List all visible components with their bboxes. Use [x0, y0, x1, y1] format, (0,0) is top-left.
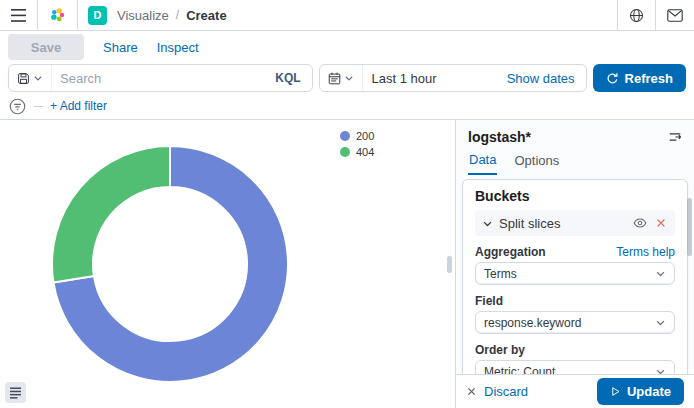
play-icon — [610, 386, 621, 397]
main-content: 200 404 logstash* — [0, 120, 694, 408]
update-button-label: Update — [627, 384, 671, 399]
date-quick-select-button[interactable] — [320, 65, 363, 91]
breadcrumb-visualize[interactable]: Visualize — [117, 8, 169, 23]
add-filter-button[interactable]: + Add filter — [50, 99, 107, 113]
legend-toggle-button[interactable] — [5, 382, 26, 403]
chevron-down-icon — [655, 317, 666, 328]
index-pattern-title: logstash* — [468, 129, 531, 145]
split-slices-row[interactable]: Split slices — [475, 210, 675, 236]
side-panel-footer: Discard Update — [456, 374, 694, 408]
mail-icon — [667, 9, 683, 22]
order-by-label: Order by — [475, 343, 525, 357]
menu-right-icon — [668, 130, 682, 144]
search-group: KQL — [8, 64, 313, 92]
globe-icon — [629, 8, 644, 23]
header-divider — [77, 0, 78, 30]
discard-button[interactable]: Discard — [466, 384, 528, 399]
filter-options-button[interactable] — [8, 97, 27, 116]
cross-icon — [655, 217, 667, 229]
side-panel-tabs: Data Options — [468, 152, 682, 175]
remove-bucket-button[interactable] — [654, 216, 668, 230]
donut-chart — [0, 120, 340, 407]
action-bar: Save Share Inspect — [0, 31, 694, 63]
breadcrumb: Visualize / Create — [117, 0, 227, 30]
chevron-down-icon — [655, 268, 666, 279]
cross-icon — [466, 386, 477, 397]
query-language-button[interactable]: KQL — [264, 71, 311, 85]
split-slices-label: Split slices — [499, 216, 626, 231]
buckets-title: Buckets — [475, 188, 675, 204]
side-panel: logstash* Data Options Buckets — [455, 120, 694, 408]
refresh-button-label: Refresh — [625, 71, 673, 86]
filter-bar: + Add filter — [0, 93, 694, 120]
terms-help-link[interactable]: Terms help — [616, 245, 675, 259]
chevron-down-icon — [344, 73, 354, 83]
tab-data[interactable]: Data — [468, 152, 497, 175]
filter-bar-dash — [34, 106, 43, 107]
legend-item-404[interactable]: 404 — [340, 146, 374, 158]
side-panel-body: Buckets Split slices — [456, 175, 694, 374]
filter-circle-icon — [9, 98, 26, 115]
toggle-visibility-button[interactable] — [632, 215, 648, 231]
mail-button[interactable] — [656, 0, 694, 30]
field-select[interactable]: response.keyword — [475, 311, 675, 334]
field-label: Field — [475, 294, 503, 308]
legend-dot-404 — [340, 147, 350, 157]
menu-button[interactable] — [0, 0, 37, 30]
legend-label-200: 200 — [356, 130, 374, 142]
order-by-select[interactable]: Metric: Count — [475, 360, 675, 374]
legend-dot-200 — [340, 131, 350, 141]
globe-button[interactable] — [618, 0, 655, 30]
aggregation-select-value: Terms — [484, 267, 517, 281]
refresh-button[interactable]: Refresh — [593, 64, 686, 92]
space-badge[interactable]: D — [88, 6, 107, 25]
saved-query-button[interactable] — [9, 65, 52, 91]
chevron-down-icon — [655, 366, 666, 374]
date-picker-group: Last 1 hour Show dates — [319, 64, 587, 92]
donut-slice-404[interactable] — [52, 146, 170, 282]
discard-button-label: Discard — [484, 384, 528, 399]
header-right — [617, 0, 694, 30]
show-dates-button[interactable]: Show dates — [496, 71, 586, 86]
inspect-button[interactable]: Inspect — [157, 40, 199, 55]
elastic-home-button[interactable] — [38, 0, 77, 30]
breadcrumb-create: Create — [186, 8, 226, 23]
panel-resizer-handle[interactable] — [447, 256, 452, 273]
side-panel-header: logstash* Data Options — [456, 120, 694, 175]
eye-icon — [633, 216, 647, 230]
aggregation-select[interactable]: Terms — [475, 262, 675, 285]
visualization-area: 200 404 — [0, 120, 455, 408]
buckets-card: Buckets Split slices — [462, 179, 688, 374]
calendar-icon — [328, 72, 341, 85]
chart-legend: 200 404 — [340, 130, 374, 162]
refresh-icon — [606, 72, 619, 85]
panel-scrollbar-thumb[interactable] — [687, 198, 692, 256]
chevron-down-icon — [482, 218, 493, 229]
top-header: D Visualize / Create — [0, 0, 694, 31]
saved-query-icon — [17, 72, 30, 85]
elastic-logo-icon — [49, 7, 66, 24]
time-range-button[interactable]: Last 1 hour — [363, 71, 496, 86]
legend-item-200[interactable]: 200 — [340, 130, 374, 142]
field-select-value: response.keyword — [484, 316, 581, 330]
collapse-panel-button[interactable] — [668, 130, 682, 144]
legend-label-404: 404 — [356, 146, 374, 158]
order-by-select-value: Metric: Count — [484, 365, 555, 375]
save-button[interactable]: Save — [8, 34, 84, 60]
share-button[interactable]: Share — [103, 40, 138, 55]
tab-options[interactable]: Options — [513, 152, 560, 175]
search-input[interactable] — [52, 65, 264, 91]
query-bar: KQL Last 1 hour Show dates Refresh — [0, 63, 694, 93]
list-icon — [10, 387, 22, 399]
breadcrumb-separator: / — [176, 8, 179, 22]
aggregation-label: Aggregation — [475, 245, 546, 259]
hamburger-icon — [11, 9, 26, 22]
update-button[interactable]: Update — [597, 378, 684, 405]
chevron-down-icon — [33, 73, 43, 83]
